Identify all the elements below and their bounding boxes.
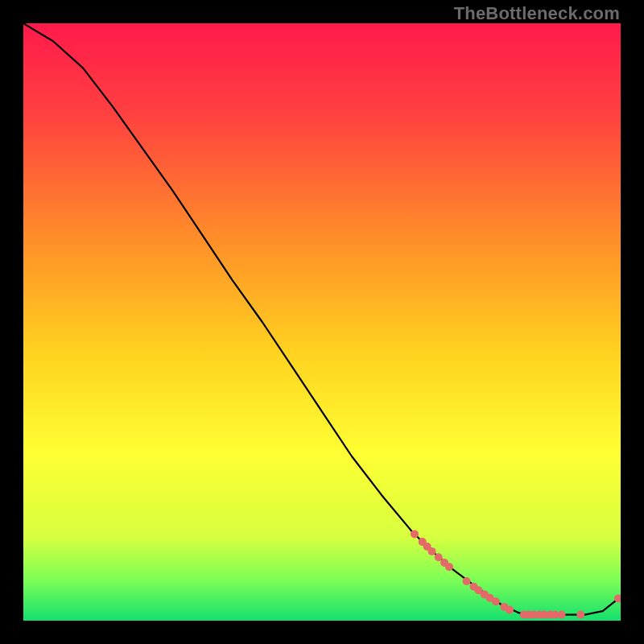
curve-marker [463, 577, 471, 585]
plot-area [23, 23, 621, 621]
curve-marker [506, 606, 514, 614]
curve-marker [445, 563, 453, 571]
curve-marker [576, 611, 584, 619]
curve-marker [428, 547, 436, 555]
curve-markers [411, 530, 621, 618]
curve-layer [23, 23, 621, 621]
curve-marker [435, 553, 443, 561]
chart-stage: TheBottleneck.com [0, 0, 644, 644]
watermark-label: TheBottleneck.com [454, 3, 620, 24]
curve-marker [492, 597, 500, 605]
curve-marker [411, 530, 419, 538]
curve-marker [558, 611, 566, 619]
bottleneck-curve [23, 23, 621, 615]
